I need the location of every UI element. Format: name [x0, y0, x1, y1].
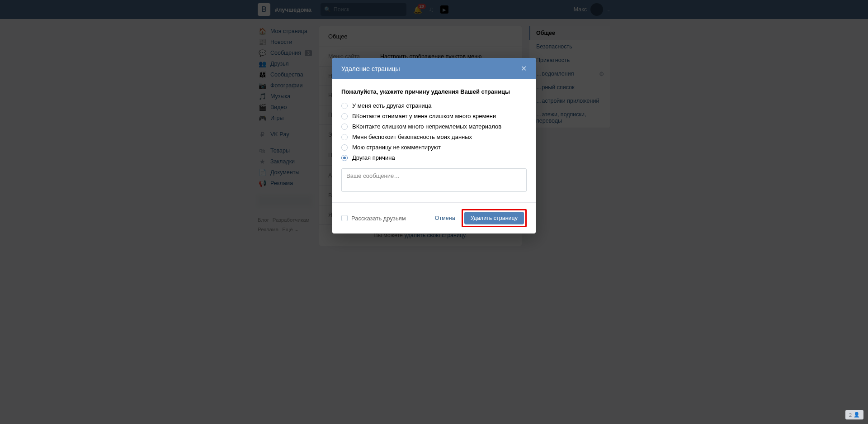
- modal-title: Удаление страницы: [341, 65, 400, 72]
- radio-icon: [341, 124, 348, 130]
- checkbox-icon: [341, 215, 348, 221]
- radio-icon: [341, 113, 348, 119]
- reason-radio[interactable]: ВКонтакте слишком много неприемлемых мат…: [341, 121, 527, 132]
- radio-icon: [341, 134, 348, 140]
- delete-page-modal: Удаление страницы ✕ Пожалуйста, укажите …: [332, 58, 536, 233]
- reason-textarea[interactable]: [341, 168, 527, 192]
- reason-radio[interactable]: У меня есть другая страница: [341, 100, 527, 111]
- radio-icon: [341, 144, 348, 151]
- reason-radio[interactable]: Мою страницу не комментируют: [341, 142, 527, 152]
- modal-overlay[interactable]: Удаление страницы ✕ Пожалуйста, укажите …: [0, 0, 868, 424]
- delete-button[interactable]: Удалить страницу: [464, 212, 524, 224]
- bottom-indicator[interactable]: 2 👤: [845, 410, 863, 419]
- modal-header: Удаление страницы ✕: [332, 58, 536, 79]
- radio-icon: [341, 155, 348, 161]
- reason-radio[interactable]: Меня беспокоит безопасность моих данных: [341, 132, 527, 142]
- highlight-annotation: Удалить страницу: [462, 209, 527, 227]
- close-icon[interactable]: ✕: [521, 64, 527, 73]
- reason-radio[interactable]: Другая причина: [341, 152, 527, 163]
- radio-icon: [341, 103, 348, 109]
- person-icon: 👤: [854, 412, 860, 418]
- modal-prompt: Пожалуйста, укажите причину удаления Ваш…: [341, 88, 527, 95]
- cancel-button[interactable]: Отмена: [435, 215, 455, 221]
- reason-radio[interactable]: ВКонтакте отнимает у меня слишком много …: [341, 111, 527, 121]
- tell-friends-checkbox[interactable]: Рассказать друзьям: [341, 215, 406, 222]
